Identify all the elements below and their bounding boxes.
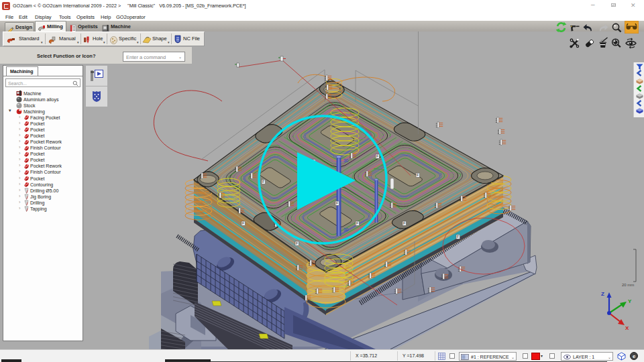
svg-text:Y: Y <box>628 298 632 304</box>
svg-text:20 mm: 20 mm <box>622 283 634 287</box>
svg-text:30: 30 <box>343 158 349 163</box>
svg-text:Z: Z <box>601 291 604 297</box>
svg-text:30: 30 <box>343 227 349 232</box>
svg-text:X: X <box>625 325 629 331</box>
